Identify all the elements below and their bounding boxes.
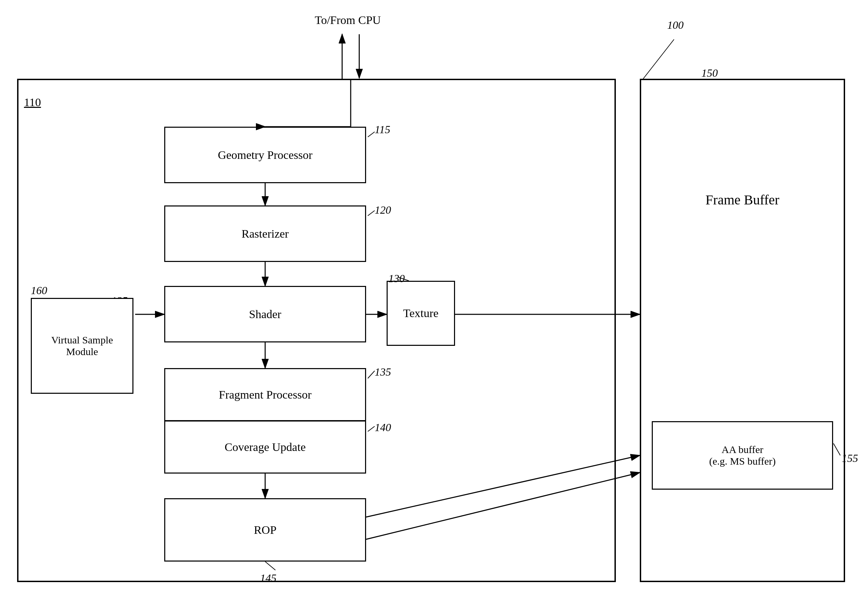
- virtual-sample-module-box: Virtual SampleModule: [31, 298, 133, 394]
- shader-box: Shader: [164, 286, 366, 343]
- ref-130: 130: [388, 272, 405, 285]
- frame-buffer-box: [640, 79, 845, 582]
- ref-110-label: 110: [24, 96, 41, 109]
- geometry-processor-box: Geometry Processor: [164, 127, 366, 183]
- ref-160: 160: [31, 284, 47, 297]
- ref-120: 120: [374, 204, 391, 217]
- svg-line-17: [643, 39, 674, 79]
- aa-buffer-box: AA buffer(e.g. MS buffer): [652, 421, 833, 490]
- cpu-label: To/From CPU: [315, 14, 381, 27]
- ref-115: 115: [374, 123, 390, 136]
- ref-140: 140: [374, 421, 391, 434]
- fragment-processor-box: Fragment Processor: [164, 368, 366, 421]
- texture-box: Texture: [387, 281, 455, 346]
- ref-150: 150: [701, 67, 718, 79]
- rop-box: ROP: [164, 498, 366, 561]
- ref-100: 100: [667, 19, 683, 31]
- ref-135: 135: [374, 366, 391, 379]
- ref-155: 155: [841, 452, 858, 465]
- diagram: 100 To/From CPU 110 Geometry Processor 1…: [0, 0, 868, 616]
- ref-145: 145: [260, 572, 276, 585]
- rasterizer-box: Rasterizer: [164, 206, 366, 262]
- coverage-update-box: Coverage Update: [164, 421, 366, 473]
- frame-buffer-label: Frame Buffer: [640, 192, 845, 208]
